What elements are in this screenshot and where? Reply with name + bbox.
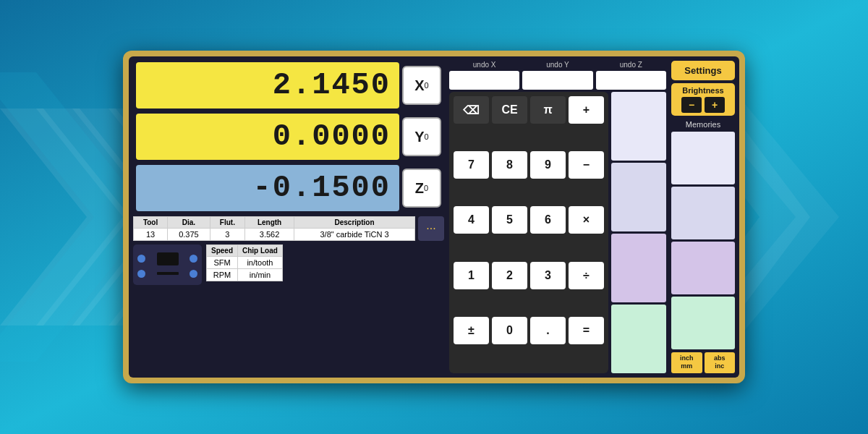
- numpad-button-16[interactable]: ±: [454, 317, 489, 344]
- chip2-label: in/min: [238, 269, 283, 281]
- rpm-label: RPM: [207, 269, 238, 281]
- speed-header: Speed: [207, 245, 238, 257]
- y-value-bg: 0.0000: [136, 114, 399, 160]
- y-sub: 0: [425, 132, 429, 141]
- numpad: ⌫CEπ+789−456×123÷±0.=: [449, 92, 608, 373]
- x-zero-button[interactable]: X0: [402, 66, 441, 105]
- right-memory-boxes: [671, 132, 735, 349]
- z-value: -0.1500: [253, 171, 391, 205]
- undo-y-label: undo Y: [522, 61, 592, 69]
- numpad-button-14[interactable]: 3: [530, 262, 566, 289]
- col-desc: Description: [294, 217, 415, 229]
- y-axis-row: 0.0000 Y0: [133, 112, 444, 161]
- undo-boxes-row: [448, 71, 668, 90]
- inch-mm-button[interactable]: inch mm: [671, 352, 702, 373]
- right-memory-4[interactable]: [671, 297, 735, 349]
- right-panel: Settings Brightness − + Memories: [671, 61, 735, 373]
- memories-label: Memories: [671, 120, 735, 129]
- memories-center-area: ⌫CEπ+789−456×123÷±0.=: [448, 92, 668, 373]
- speed-area: Speed Chip Load SFM in/tooth R: [133, 244, 444, 285]
- dot-right-top: [190, 255, 197, 263]
- numpad-button-4[interactable]: 7: [454, 151, 489, 179]
- z-zero-button[interactable]: Z0: [402, 169, 441, 208]
- panel-layout: 2.1450 X0 0.0000 Y0: [133, 61, 735, 373]
- y-zero-button[interactable]: Y0: [402, 117, 441, 156]
- z-axis-row: -0.1500 Z0: [133, 163, 444, 213]
- numpad-button-0[interactable]: ⌫: [454, 96, 489, 124]
- x-value-bg: 2.1450: [136, 62, 399, 109]
- col-dia: Dia.: [168, 217, 210, 229]
- brightness-plus-button[interactable]: +: [705, 97, 725, 113]
- dot-left-top: [137, 255, 145, 263]
- memory-4[interactable]: [611, 305, 666, 373]
- numpad-button-3[interactable]: +: [569, 96, 604, 124]
- tool-number: 13: [134, 229, 168, 241]
- x-sub: 0: [425, 81, 429, 90]
- memory-3[interactable]: [611, 234, 666, 302]
- tool-flut: 3: [210, 229, 244, 241]
- speed-display: [133, 244, 202, 285]
- numpad-button-19[interactable]: =: [569, 317, 604, 344]
- speed-value-box: [157, 252, 179, 265]
- numpad-button-8[interactable]: 4: [454, 206, 489, 234]
- numpad-button-15[interactable]: ÷: [569, 262, 604, 289]
- numpad-button-5[interactable]: 8: [492, 151, 527, 179]
- dot-right-bottom: [190, 270, 197, 278]
- memory-2[interactable]: [611, 163, 666, 231]
- chip1-label: in/tooth: [238, 257, 283, 269]
- numpad-button-2[interactable]: π: [530, 96, 566, 124]
- dot-left-bottom: [137, 270, 145, 278]
- memory-1[interactable]: [611, 92, 666, 161]
- numpad-button-1[interactable]: CE: [492, 96, 527, 124]
- undo-z-label: undo Z: [596, 61, 666, 69]
- dro-inner: 2.1450 X0 0.0000 Y0: [129, 56, 739, 378]
- z-sub: 0: [424, 184, 428, 192]
- settings-button[interactable]: Settings: [671, 61, 735, 80]
- speed-dots-row: [137, 252, 197, 265]
- left-panel: 2.1450 X0 0.0000 Y0: [133, 61, 444, 373]
- x-axis-row: 2.1450 X0: [133, 61, 444, 110]
- brightness-section: Brightness − +: [671, 83, 735, 116]
- memory-column: [611, 92, 666, 373]
- numpad-button-17[interactable]: 0: [492, 317, 527, 344]
- tool-dia: 0.375: [168, 229, 210, 241]
- undo-z-box[interactable]: [596, 71, 666, 90]
- undo-x-box[interactable]: [449, 71, 519, 90]
- center-panel: undo X undo Y undo Z ⌫CEπ+789−456×123÷±0…: [448, 61, 668, 373]
- dro-frame: 2.1450 X0 0.0000 Y0: [123, 51, 745, 383]
- brightness-minus-button[interactable]: −: [681, 97, 702, 113]
- speed-dots-row2: [137, 270, 197, 278]
- tool-more-button[interactable]: ···: [418, 216, 444, 241]
- right-memory-2[interactable]: [671, 187, 735, 239]
- numpad-button-12[interactable]: 1: [454, 262, 489, 289]
- tool-desc: 3/8" carbide TiCN 3: [294, 229, 415, 241]
- undo-y-box[interactable]: [522, 71, 592, 90]
- y-value: 0.0000: [273, 119, 391, 154]
- chip-header: Chip Load: [238, 245, 283, 257]
- right-memory-1[interactable]: [671, 132, 735, 184]
- numpad-button-9[interactable]: 5: [492, 206, 527, 234]
- undo-x-label: undo X: [449, 61, 519, 69]
- tool-length: 3.562: [245, 229, 294, 241]
- abs-inc-button[interactable]: abs inc: [705, 352, 736, 373]
- tool-table: Tool Dia. Flut. Length Description 13: [133, 216, 415, 241]
- numpad-button-7[interactable]: −: [569, 151, 604, 179]
- right-memory-3[interactable]: [671, 242, 735, 294]
- brightness-label: Brightness: [682, 86, 723, 95]
- unit-buttons-row: inch mm abs inc: [671, 352, 735, 373]
- tool-info-area: Tool Dia. Flut. Length Description 13: [133, 216, 444, 241]
- sfm-label: SFM: [207, 257, 238, 269]
- numpad-button-6[interactable]: 9: [530, 151, 566, 179]
- numpad-button-18[interactable]: .: [530, 317, 566, 344]
- speed-table: Speed Chip Load SFM in/tooth R: [206, 244, 283, 281]
- numpad-button-10[interactable]: 6: [530, 206, 566, 234]
- col-flut: Flut.: [210, 217, 244, 229]
- numpad-button-11[interactable]: ×: [569, 206, 604, 234]
- col-length: Length: [245, 217, 294, 229]
- col-tool: Tool: [134, 217, 168, 229]
- undo-row: undo X undo Y undo Z: [448, 61, 668, 69]
- x-value: 2.1450: [273, 68, 391, 103]
- numpad-button-13[interactable]: 2: [492, 262, 527, 289]
- brightness-buttons: − +: [681, 97, 725, 113]
- speed-bar: [157, 272, 179, 275]
